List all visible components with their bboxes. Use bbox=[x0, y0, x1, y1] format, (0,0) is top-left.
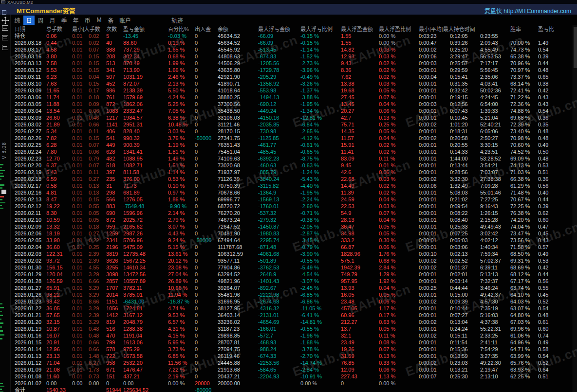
table-row[interactable]: 2026.01.0921.080.011.736711476.477.22 %0… bbox=[15, 366, 566, 373]
table-row[interactable]: 2026.02.0913.320.010.189592165.623.07 %0… bbox=[15, 223, 566, 230]
table-row[interactable]: 2026.01.0811.600.010.73151437.212.19 %02… bbox=[15, 373, 566, 380]
menu-item-备[interactable]: 备 bbox=[105, 16, 116, 25]
table-row[interactable]: 2026.02.118.300.010.056901596.962.14 %07… bbox=[15, 210, 566, 216]
table-row[interactable]: 2026.02.03122.310.012.39381912735.4813.6… bbox=[15, 250, 566, 257]
table-row[interactable]: 2026.02.1219.220.010.55883-7549.48-9.90 … bbox=[15, 203, 566, 210]
table-row[interactable]: 2026.01.2157.650.012.3914123167.129.53 %… bbox=[15, 312, 566, 319]
table-row[interactable]: 2026.02.0436.600.010.2521965475.095.15 %… bbox=[15, 244, 566, 250]
cell bbox=[450, 380, 480, 387]
column-header[interactable]: 最大浮盈金额 bbox=[341, 26, 379, 33]
column-header[interactable]: 最大浮亏比例 bbox=[300, 26, 341, 33]
table-row[interactable]: 2026.01.1271.040.016.279582532.2011.56 %… bbox=[15, 359, 566, 366]
menu-item-年[interactable]: 年 bbox=[70, 16, 81, 25]
scrollbar-thumb[interactable] bbox=[574, 27, 577, 68]
table-row[interactable]: 2026.02.0533.900.010.2223415706.969.24 %… bbox=[15, 237, 566, 244]
app-title: MTCommander资管 bbox=[17, 6, 75, 15]
table-row[interactable]: 2026.03.163.800.010.15208302.340.68 %044… bbox=[15, 53, 566, 60]
table-row[interactable]: 合计1540.3351944125634.52-80000 bbox=[15, 387, 566, 392]
column-header[interactable]: 盈亏金额 bbox=[123, 26, 168, 33]
table-row[interactable]: 2026.01.1520.910.010.667991613.065.95 %0… bbox=[15, 339, 566, 346]
table-row[interactable]: 2026.02.2312.700.010.794821088.951.49 %0… bbox=[15, 155, 566, 162]
table-row[interactable]: 2026.03.116.230.010.045071031.192.46 %04… bbox=[15, 73, 566, 80]
menu-item-月[interactable]: 月 bbox=[47, 16, 58, 25]
table-row[interactable]: 2026.03.125.530.010.15341713.901.66 %043… bbox=[15, 67, 566, 73]
table-row[interactable]: 2026.01.30156.150.014.55325514610.3423.0… bbox=[15, 264, 566, 271]
table-row[interactable]: 2026.01.28126.590.016.66285710557.8926.8… bbox=[15, 278, 566, 285]
cell: -1125.85 bbox=[258, 135, 300, 142]
table-row[interactable]: 2026.02.0618.190.010.2712592987.264.43 %… bbox=[15, 230, 566, 237]
cell: 9:16:43 bbox=[480, 203, 510, 210]
table-row[interactable]: 2026.02.247.800.010.066281341.411.81 %07… bbox=[15, 148, 566, 155]
table-row[interactable]: 2026.03.180.440.010.024088.600.19 %04563… bbox=[15, 39, 566, 46]
cell: 0:00:01 bbox=[419, 196, 450, 203]
table-row[interactable]: 2026.02.1010.590.010.058722025.722.79 %0… bbox=[15, 216, 566, 223]
column-header[interactable]: 总手数 bbox=[46, 26, 72, 33]
table-row[interactable]: 2026.03.0221.890.010.6611412951.3110.48 … bbox=[15, 121, 566, 128]
table-row[interactable]: 2026.03.174.580.010.07388737.291.65 %045… bbox=[15, 46, 566, 53]
menu-item-周[interactable]: 周 bbox=[35, 16, 46, 25]
menu-item-币[interactable]: 币 bbox=[82, 16, 93, 25]
menu-item-M[interactable]: M bbox=[93, 16, 105, 24]
table-row[interactable]: 2026.02.170.580.010.133171.730.10 %07075… bbox=[15, 182, 566, 189]
cell: 26.89 % bbox=[168, 278, 195, 285]
cell: 2332.47 bbox=[123, 107, 168, 114]
brand-link[interactable]: 复盘侠 http://MTCommander.com bbox=[484, 6, 571, 15]
column-header[interactable]: 最大浮亏金额 bbox=[258, 26, 300, 33]
table-row[interactable]: 2026.03.0511.880.010.098721862.065.25 %0… bbox=[15, 101, 566, 107]
table-row[interactable]: 2026.02.256.280.010.07449900.391.19 %076… bbox=[15, 142, 566, 148]
panel-icon[interactable] bbox=[2, 25, 8, 31]
list-icon[interactable] bbox=[2, 45, 8, 50]
column-header[interactable]: 百分比% bbox=[168, 26, 195, 33]
cell: 0:13:21 bbox=[450, 366, 480, 373]
column-header[interactable]: 次数 bbox=[106, 26, 123, 33]
cell: 0.01 bbox=[72, 353, 89, 359]
table-row[interactable]: 2026.01.1616.070.010.484701191.044.15 %0… bbox=[15, 332, 566, 339]
table-row[interactable]: 2026.01.020.000.000.0000.000.00 %2000020… bbox=[15, 380, 566, 387]
table-row[interactable]: 2026.01.2698.220.013.2920143785.0111.94 … bbox=[15, 291, 566, 298]
table-row[interactable]: 2026.01.1323.130.011.487221673.586.85 %0… bbox=[15, 353, 566, 359]
table-row[interactable]: 2026.01.1910.870.010.485161288.384.31 %0… bbox=[15, 325, 566, 332]
menu-item-季[interactable]: 季 bbox=[58, 16, 70, 25]
table-row[interactable]: 2026.02.164.810.010.13298681.890.97 %070… bbox=[15, 189, 566, 196]
table-row[interactable]: 2026.01.2236.050.013.2910561724.814.74 %… bbox=[15, 305, 566, 312]
menu-item-账户[interactable]: 账户 bbox=[117, 16, 133, 25]
column-header[interactable]: 日期 bbox=[15, 26, 46, 33]
column-header[interactable]: 余额 bbox=[218, 26, 258, 33]
column-header[interactable]: 最小|大手数 bbox=[72, 26, 106, 33]
menu-item-日[interactable]: 日 bbox=[23, 16, 35, 25]
move-icon[interactable] bbox=[1, 17, 9, 24]
table-row[interactable]: 2026.02.206.370.010.075181082.711.51 %07… bbox=[15, 162, 566, 169]
table-row[interactable]: 2026.01.29120.040.013.29309813472.5627.0… bbox=[15, 271, 566, 278]
table-row[interactable]: 2026.03.137.580.010.15513870.491.99 %044… bbox=[15, 60, 566, 67]
table-row[interactable]: 2026.03.0611.740.010.187611579.694.24 %0… bbox=[15, 94, 566, 101]
column-header[interactable]: 胜率 bbox=[510, 26, 538, 33]
cell: 7:03:07 bbox=[480, 169, 510, 176]
menu-item-轨迹[interactable]: 轨迹 bbox=[169, 16, 186, 25]
table-row[interactable]: 2026.03.0326.600.010.4612171984.576.38 %… bbox=[15, 114, 566, 121]
cell: 0:00:02 bbox=[419, 121, 450, 128]
column-header[interactable]: 最大浮盈比例 bbox=[379, 26, 419, 33]
table-row[interactable]: 2026.02.195.430.010.11397811.581.14 %071… bbox=[15, 169, 566, 176]
menu-item-综[interactable]: 综 bbox=[12, 16, 23, 25]
window-restore-icon[interactable] bbox=[1, 0, 5, 3]
table-row[interactable]: 2026.01.2032.150.013.298192048.796.57 %0… bbox=[15, 319, 566, 325]
table-row[interactable]: 2026.03.107.630.010.15452872.072.13 %041… bbox=[15, 80, 566, 87]
table-row[interactable]: 2026.03.0911.650.010.179862138.395.50 %0… bbox=[15, 87, 566, 94]
table-row[interactable]: 2026.02.0293.720.012.39362615672.2520.12… bbox=[15, 257, 566, 264]
column-header[interactable]: 最小|平均|最大持仓时间 bbox=[419, 26, 510, 33]
table-row[interactable]: 2026.02.186.590.010.27235376.000.53 %071… bbox=[15, 176, 566, 182]
cell: 2987.26 bbox=[123, 230, 168, 237]
table-row[interactable]: 2026.03.0413.540.010.0610832332.477.05 %… bbox=[15, 107, 566, 114]
table-row[interactable]: 2026.02.275.340.010.11406828.403.03 %028… bbox=[15, 128, 566, 135]
table-row[interactable]: 2026.01.2398.420.018.661151-6431.00-16.8… bbox=[15, 298, 566, 305]
layout-icon[interactable] bbox=[2, 35, 8, 40]
table-row[interactable]: 2026.02.138.470.010.155661276.051.86 %06… bbox=[15, 196, 566, 203]
table-row[interactable]: 持仓0.060.010.025-13.45-0.03 %045634.52-66… bbox=[15, 33, 566, 39]
column-header[interactable]: 盈亏比 bbox=[538, 26, 566, 33]
table-row[interactable]: 2026.01.2765.910.013.2917073782.1110.66 … bbox=[15, 285, 566, 291]
cell: -0.03 % bbox=[168, 33, 195, 39]
table-row[interactable]: 2026.01.1412.960.010.66578975.293.73 %02… bbox=[15, 346, 566, 353]
vertical-scrollbar[interactable] bbox=[573, 25, 577, 392]
column-header[interactable]: 出入金 bbox=[195, 26, 218, 33]
table-row[interactable]: 2026.02.267.820.010.15541990.323.76 %-50… bbox=[15, 135, 566, 142]
